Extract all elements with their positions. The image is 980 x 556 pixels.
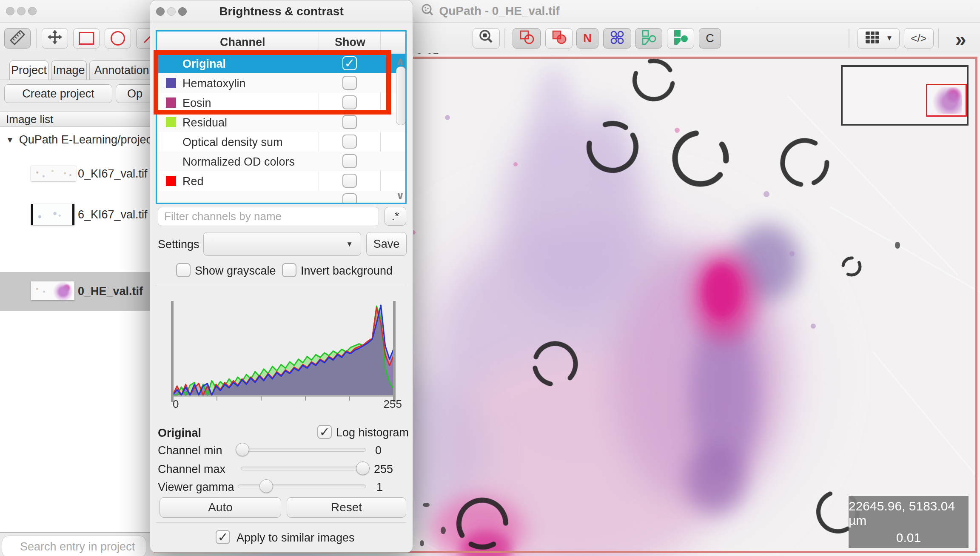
- apply-similar-checkbox[interactable]: ✓: [216, 530, 230, 544]
- table-scrollbar[interactable]: [396, 66, 406, 125]
- image-name: 0_HE_val.tif: [78, 285, 143, 298]
- column-header-show[interactable]: Show: [335, 36, 365, 49]
- show-checkbox[interactable]: [342, 154, 357, 168]
- tab-annotation[interactable]: Annotation: [89, 60, 150, 80]
- viewer-gamma-label: Viewer gamma: [158, 481, 234, 494]
- fill-annotations-button[interactable]: [545, 28, 573, 49]
- measure-tool-button[interactable]: [4, 28, 31, 49]
- script-editor-button[interactable]: </>: [904, 28, 934, 49]
- image-name: 6_KI67_val.tif: [78, 208, 148, 221]
- show-checkbox[interactable]: [342, 115, 357, 129]
- highlight-annotation-rect: [154, 50, 391, 115]
- axis-tick-min: 0: [173, 398, 185, 411]
- scroll-up-icon[interactable]: ∧: [391, 55, 407, 67]
- tab-project[interactable]: Project: [9, 60, 48, 80]
- window-title: QuPath - 0_HE_val.tif: [439, 4, 559, 18]
- channel-min-slider[interactable]: [238, 448, 366, 452]
- ellipse-icon: [111, 31, 125, 46]
- axis-tick-max: 255: [363, 398, 402, 411]
- toolbar-overflow-button[interactable]: »: [955, 29, 966, 49]
- names-n-icon: N: [583, 32, 592, 45]
- dialog-title: Brightness & contrast: [219, 5, 344, 18]
- dialog-minimize-button[interactable]: [167, 7, 176, 16]
- move-tool-button[interactable]: [42, 28, 68, 49]
- apply-similar-label: Apply to similar images: [236, 531, 355, 545]
- magnifier-icon: [477, 28, 496, 49]
- show-checkbox[interactable]: [342, 135, 357, 149]
- window-titlebar: QuPath - 0_HE_val.tif: [0, 0, 980, 23]
- dialog-titlebar[interactable]: Brightness & contrast: [150, 0, 413, 23]
- scroll-down-icon[interactable]: ∨: [391, 190, 407, 202]
- create-project-button[interactable]: Create project: [4, 84, 112, 103]
- invert-background-checkbox[interactable]: [282, 263, 296, 277]
- image-list-item[interactable]: 6_KI67_val.tif: [0, 194, 150, 233]
- show-checkbox[interactable]: [342, 174, 357, 188]
- detections-outline-icon: [639, 28, 658, 49]
- dialog-zoom-button[interactable]: [178, 7, 187, 16]
- dialog-close-button[interactable]: [156, 7, 165, 16]
- overview-thumbnail[interactable]: [841, 65, 969, 126]
- tab-image[interactable]: Image: [51, 60, 87, 80]
- zoom-to-fit-button[interactable]: [473, 28, 500, 49]
- channel-row-red[interactable]: Red: [157, 171, 405, 191]
- channel-row-partial[interactable]: [157, 191, 405, 204]
- show-grayscale-checkbox[interactable]: [176, 263, 191, 277]
- channel-max-slider[interactable]: [241, 467, 370, 470]
- channel-min-thumb[interactable]: [236, 443, 249, 456]
- show-checkbox[interactable]: [342, 193, 357, 204]
- image-thumbnail: [31, 281, 74, 300]
- column-header-channel[interactable]: Channel: [220, 36, 265, 49]
- viewer-gamma-value: 1: [376, 481, 383, 494]
- channel-row-od-sum[interactable]: Optical density sum: [157, 132, 405, 152]
- script-icon: </>: [911, 32, 927, 45]
- viewer-gamma-thumb[interactable]: [259, 479, 273, 493]
- rectangle-tool-button[interactable]: [73, 28, 100, 49]
- channel-max-value: 255: [374, 463, 393, 476]
- viewer-gamma-slider[interactable]: [238, 484, 366, 488]
- show-annotations-button[interactable]: [513, 28, 541, 49]
- log-histogram-label: Log histogram: [336, 426, 409, 439]
- channel-row-residual[interactable]: Residual: [157, 112, 405, 132]
- image-list-item-selected[interactable]: 0_HE_val.tif: [0, 272, 150, 311]
- measurement-table-button[interactable]: ▼: [857, 28, 900, 49]
- selected-channel-label: Original: [158, 427, 201, 440]
- ellipse-tool-button[interactable]: [105, 28, 131, 49]
- search-input[interactable]: [2, 536, 146, 556]
- show-classification-button[interactable]: C: [699, 28, 721, 49]
- open-project-button[interactable]: Op: [116, 84, 150, 103]
- show-detections-button[interactable]: [635, 28, 662, 49]
- toolbar-separator: [504, 29, 505, 48]
- auto-button[interactable]: Auto: [160, 497, 281, 518]
- reset-button[interactable]: Reset: [287, 497, 406, 518]
- location-downsample: 0.01: [896, 530, 921, 545]
- channel-min-label: Channel min: [158, 444, 222, 457]
- location-coordinates: 22645.96, 5183.04 µm: [849, 499, 969, 528]
- fill-detections-button[interactable]: [667, 28, 694, 49]
- filter-channels-input[interactable]: [158, 207, 379, 226]
- tree-expander-icon: ▼: [6, 135, 14, 145]
- settings-dropdown[interactable]: ▼: [203, 232, 361, 256]
- channel-max-thumb[interactable]: [356, 461, 370, 475]
- project-tree-root[interactable]: ▼ QuPath E-Learning/projec: [6, 133, 150, 146]
- show-grayscale-label: Show grayscale: [195, 264, 276, 278]
- image-list: ▼ QuPath E-Learning/projec 0_KI67_val.ti…: [0, 127, 150, 532]
- tma-grid-button[interactable]: [603, 28, 631, 49]
- detections-fill-icon: [671, 28, 690, 49]
- regex-toggle-button[interactable]: .*: [385, 207, 406, 226]
- toolbar-separator: [36, 29, 37, 48]
- table-icon: [864, 30, 881, 47]
- show-names-button[interactable]: N: [576, 28, 598, 49]
- ruler-icon: [8, 28, 27, 49]
- dialog-separator: [156, 285, 407, 285]
- channel-row-normalized-od[interactable]: Normalized OD colors: [157, 152, 405, 171]
- toolbar-separator: [938, 29, 939, 48]
- annotations-outline-icon: [517, 28, 536, 49]
- channel-max-label: Channel max: [158, 463, 225, 476]
- qupath-logo-icon: [420, 3, 435, 19]
- classification-c-icon: C: [706, 32, 714, 45]
- panel-divider: [0, 532, 150, 533]
- save-settings-button[interactable]: Save: [366, 232, 407, 256]
- image-list-item[interactable]: 0_KI67_val.tif: [0, 154, 150, 193]
- log-histogram-checkbox[interactable]: ✓: [317, 425, 332, 439]
- tabs-divider: [0, 80, 150, 80]
